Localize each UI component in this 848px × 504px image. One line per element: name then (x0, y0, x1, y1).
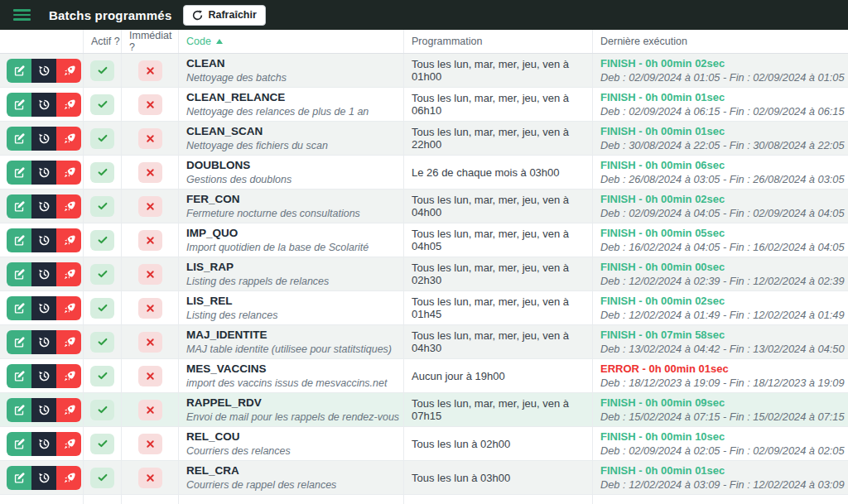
sort-asc-icon (216, 39, 223, 44)
history-button[interactable] (31, 466, 56, 490)
menu-icon (13, 9, 31, 12)
batch-row: MAJ_IDENTITE MAJ table identite (utilise… (0, 325, 848, 359)
history-button[interactable] (31, 432, 56, 456)
launch-button[interactable] (56, 432, 81, 456)
immediate-cell (121, 291, 178, 324)
code-cell: MAJ_IDENTITE MAJ table identite (utilise… (178, 325, 403, 358)
code-cell: MES_VACCINS import des vaccins issus de … (178, 359, 403, 392)
row-actions (0, 291, 83, 324)
schedule-cell: Tous les lun, mar, mer, jeu, ven à 07h15 (403, 393, 592, 426)
launch-button[interactable] (56, 59, 81, 83)
last-run-status: FINISH - 0h 00min 02sec (600, 56, 725, 71)
immediate-cell (121, 190, 178, 223)
batch-row: CLEAN_RELANCE Nettoyage des relances de … (0, 88, 848, 122)
history-button[interactable] (31, 228, 56, 252)
batch-code: MAJ_IDENTITE (186, 328, 267, 343)
history-icon (38, 268, 51, 281)
last-run-status: ERROR - 0h 00min 01sec (600, 362, 729, 377)
launch-button[interactable] (56, 93, 81, 117)
history-icon (38, 200, 51, 213)
rocket-icon (63, 268, 75, 281)
batch-description: Envoi de mail pour les rappels de rendez… (186, 410, 399, 424)
launch-button[interactable] (56, 161, 81, 185)
immediate-cell (121, 88, 178, 121)
edit-button[interactable] (7, 93, 31, 117)
launch-button[interactable] (56, 262, 81, 286)
history-button[interactable] (31, 398, 56, 422)
code-cell: IMP_QUO Import quotidien de la base de S… (178, 223, 403, 257)
launch-button[interactable] (56, 127, 81, 151)
code-cell: REL_CRA Courriers de rappel des relances (178, 461, 403, 494)
launch-button[interactable] (56, 466, 81, 490)
history-button[interactable] (31, 262, 56, 286)
col-active-header[interactable]: Actif ? (83, 30, 121, 53)
col-lastrun-header[interactable]: Dernière exécution (592, 30, 848, 53)
history-button[interactable] (31, 127, 56, 151)
last-run-detail: Deb : 02/09/2024 à 02:05 - Fin : 02/09/2… (600, 444, 845, 458)
edit-button[interactable] (7, 296, 31, 320)
edit-icon (13, 404, 26, 416)
code-cell: LIS_RAP Listing des rappels de relances (178, 257, 403, 290)
active-badge (90, 468, 114, 488)
last-run-status: FINISH - 0h 00min 10sec (600, 430, 725, 444)
history-button[interactable] (31, 364, 56, 388)
edit-button[interactable] (7, 194, 31, 218)
history-button[interactable] (31, 93, 56, 117)
edit-button[interactable] (7, 161, 31, 185)
history-button[interactable] (31, 296, 56, 320)
launch-button[interactable] (56, 330, 81, 354)
active-cell (83, 190, 121, 223)
col-immediate-header[interactable]: Immédiat ? (121, 30, 178, 53)
code-cell: FER_CON Fermeture nocturne des consultat… (178, 190, 403, 223)
history-button[interactable] (31, 59, 56, 83)
batch-schedule: Tous les lun, mar, mer, jeu, ven à 22h00 (412, 126, 592, 151)
edit-button[interactable] (7, 432, 31, 456)
rocket-icon (63, 98, 75, 111)
active-badge (90, 434, 114, 454)
active-badge (90, 60, 114, 81)
launch-button[interactable] (56, 194, 81, 218)
batch-schedule: Tous les lun, mar, mer, jeu, ven à 07h15 (412, 397, 592, 422)
active-badge (90, 298, 114, 319)
row-actions (0, 122, 83, 155)
edit-button[interactable] (7, 59, 31, 83)
cross-icon (145, 235, 156, 246)
active-badge (90, 332, 114, 353)
col-schedule-header[interactable]: Programmation (403, 30, 592, 53)
menu-button[interactable] (13, 7, 31, 23)
history-button[interactable] (31, 194, 56, 218)
schedule-cell: Tous les lun, mar, mer, jeu, ven à 01h45 (403, 291, 592, 324)
edit-button[interactable] (7, 127, 31, 151)
lastrun-cell: FINISH - 0h 00min 02sec Deb : 12/02/2024… (592, 291, 848, 324)
edit-button[interactable] (7, 398, 31, 422)
immediate-badge (138, 366, 162, 386)
row-actions (0, 461, 83, 494)
lastrun-cell: FINISH - 0h 00min 05sec Deb : 16/02/2024… (592, 223, 848, 257)
batch-schedule: Tous les lun, mar, mer, jeu, ven à 04h00 (412, 194, 592, 218)
edit-button[interactable] (7, 262, 31, 286)
edit-button[interactable] (7, 228, 31, 252)
history-button[interactable] (31, 161, 56, 185)
launch-button[interactable] (56, 398, 81, 422)
refresh-button[interactable]: Rafraîchir (183, 5, 265, 26)
col-actions-header (0, 30, 83, 53)
active-badge (90, 400, 114, 420)
lastrun-cell: FINISH - 0h 00min 10sec Deb : 02/09/2024… (592, 427, 848, 460)
edit-icon (13, 132, 26, 145)
col-code-header[interactable]: Code (178, 30, 403, 53)
launch-button[interactable] (56, 228, 81, 252)
batch-schedule: Tous les lun, mar, mer, jeu, ven à 06h10 (412, 92, 592, 117)
rocket-icon (63, 166, 75, 179)
edit-button[interactable] (7, 466, 31, 490)
launch-button[interactable] (56, 364, 81, 388)
cross-icon (145, 337, 156, 348)
rocket-icon (63, 132, 75, 145)
history-button[interactable] (31, 330, 56, 354)
cross-icon (145, 133, 156, 144)
edit-button[interactable] (7, 330, 31, 354)
launch-button[interactable] (56, 296, 81, 320)
batch-schedule: Tous les lun, mar, mer, jeu, ven à 01h45 (412, 295, 592, 320)
check-icon (97, 472, 108, 483)
edit-button[interactable] (7, 364, 31, 388)
batch-row: IMP_QUO Import quotidien de la base de S… (0, 223, 848, 257)
